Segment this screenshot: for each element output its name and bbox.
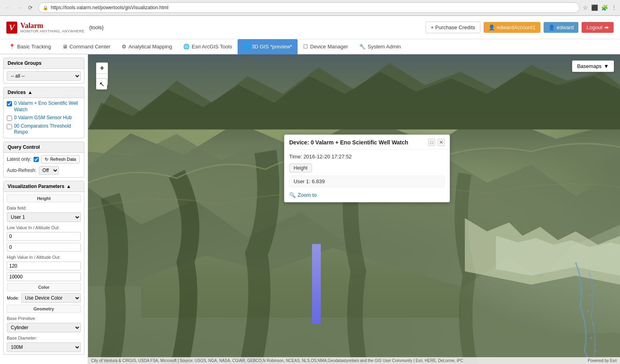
cursor-tool-button[interactable]: ↖	[96, 78, 107, 90]
ssl-lock-icon: 🔒	[43, 5, 48, 10]
3d-gis-icon: 🌐	[243, 44, 250, 50]
system-admin-label: System Admin	[368, 44, 401, 50]
device2-checkbox[interactable]	[7, 116, 12, 121]
nav-item-basic-tracking[interactable]: 📍 Basic Tracking	[3, 39, 57, 54]
browser-nav-buttons: ← → ⟳	[3, 3, 35, 12]
device1-link[interactable]: 0 Valarm + Eno Scientific Well Watch	[14, 100, 81, 113]
refresh-data-button[interactable]: ↻ Refresh Data	[41, 155, 80, 164]
svg-point-8	[587, 310, 589, 312]
high-value-in-input[interactable]	[7, 262, 81, 270]
basic-tracking-label: Basic Tracking	[17, 44, 51, 50]
sidebar: Device Groups -- all -- Devices ▲ 0 Vala…	[0, 54, 88, 364]
cast-icon[interactable]: ⬛	[591, 4, 598, 11]
query-control-body: Latest only: ↻ Refresh Data Auto-Refresh…	[4, 153, 84, 177]
basemaps-button[interactable]: Basemaps ▼	[572, 60, 614, 72]
mode-row: Mode: Use Device Color Fixed Color Gradi…	[7, 293, 81, 303]
nav-item-device-manager[interactable]: ☐ Device Manager	[298, 39, 354, 54]
height-subsection-label: Height	[7, 194, 81, 202]
auto-refresh-select[interactable]: Off 30s 1m 5m	[39, 166, 59, 175]
back-button[interactable]: ←	[3, 3, 13, 12]
devices-header[interactable]: Devices ▲	[4, 87, 84, 98]
devices-label: Devices	[8, 90, 26, 95]
popup-close-button[interactable]: ✕	[438, 139, 445, 146]
popup-height-tab[interactable]: Height	[289, 164, 312, 172]
query-control-label: Query Control	[8, 144, 40, 150]
svg-point-10	[590, 337, 592, 338]
device-groups-body: -- all --	[4, 69, 84, 83]
logo-valarm: Valarm	[20, 22, 84, 29]
zoom-icon: 🔍	[289, 192, 296, 198]
address-bar[interactable]: 🔒 https://tools.valarm.net/powertools/gi…	[38, 2, 580, 13]
analytical-mapping-icon: ⚙	[122, 44, 126, 50]
command-center-label: Command Center	[70, 44, 111, 50]
account-button[interactable]: 👤 edwardAccount1	[484, 22, 540, 33]
app-header: V Valarm Monitor Anything, Anywhere {too…	[0, 16, 620, 39]
bookmark-icon[interactable]: ☆	[583, 4, 588, 11]
auto-refresh-row: Auto-Refresh: Off 30s 1m 5m	[7, 166, 81, 175]
device-groups-select[interactable]: -- all --	[7, 71, 81, 81]
high-value-out-input[interactable]	[7, 272, 81, 281]
forward-button[interactable]: →	[14, 3, 24, 12]
nav-item-system-admin[interactable]: 🔧 System Admin	[354, 39, 406, 54]
account-icon: 👤	[488, 24, 495, 30]
mode-label: Mode:	[7, 296, 19, 300]
nav-item-command-center[interactable]: 🖥 Command Center	[57, 39, 116, 54]
map-background: + − ↖ Basemaps ▼ Device: 0 Valarm + Eno …	[88, 54, 620, 364]
viz-params-header[interactable]: Visualization Parameters ▲	[4, 181, 84, 192]
account-label: edwardAccount1	[497, 24, 536, 30]
refresh-icon: ↻	[45, 157, 48, 162]
device-groups-section: Device Groups -- all --	[3, 58, 84, 84]
powered-by-esri: Powered by Esri	[588, 358, 617, 363]
purchase-credits-button[interactable]: + Purchase Credits	[426, 22, 480, 33]
svg-point-11	[595, 350, 596, 352]
logout-button[interactable]: Logout ➡	[582, 22, 614, 33]
data-field-label: Data field:	[7, 206, 81, 210]
extension-icon[interactable]: 🧩	[601, 4, 608, 11]
esri-arcgis-label: Esri ArcGIS Tools	[192, 44, 232, 50]
cursor-icon: ↖	[99, 80, 104, 88]
device3-checkbox[interactable]	[7, 124, 12, 129]
mode-select[interactable]: Use Device Color Fixed Color Gradient	[21, 293, 81, 303]
data-extrusion-column	[312, 244, 321, 324]
basic-tracking-icon: 📍	[9, 44, 15, 50]
devices-section: Devices ▲ 0 Valarm + Eno Scientific Well…	[3, 87, 84, 138]
refresh-label: Refresh Data	[50, 157, 76, 162]
header-right: + Purchase Credits 👤 edwardAccount1 👤 ed…	[426, 22, 614, 33]
terrain-svg	[88, 54, 620, 364]
popup-time: Time: 2016-12-20 17:27:52	[289, 154, 445, 160]
base-primitive-select[interactable]: Cylinder Box Cone	[7, 323, 81, 332]
viz-params-label: Visualization Parameters	[8, 184, 64, 189]
more-icon[interactable]: ⋮	[611, 4, 617, 11]
low-value-in-input[interactable]	[7, 232, 81, 241]
low-value-label: Low Value In / Altitude Out:	[7, 225, 81, 230]
color-subsection-label: Color	[7, 283, 81, 291]
refresh-browser-button[interactable]: ⟳	[26, 3, 35, 12]
popup-zoom-link[interactable]: 🔍 Zoom to	[289, 190, 445, 198]
low-value-out-input[interactable]	[7, 243, 81, 252]
zoom-in-button[interactable]: +	[96, 63, 108, 74]
data-field-select[interactable]: User 1 User 2 User 3	[7, 212, 81, 222]
map-container[interactable]: + − ↖ Basemaps ▼ Device: 0 Valarm + Eno …	[88, 54, 620, 364]
device2-link[interactable]: 0 Valarm GSM Sensor Hub	[14, 115, 72, 121]
user-button[interactable]: 👤 edward	[544, 22, 579, 33]
device3-link[interactable]: 00 Comparators Threshold Respo	[14, 123, 81, 136]
high-value-label: High Value In / Altitude Out:	[7, 255, 81, 260]
devices-collapse-icon: ▲	[28, 90, 32, 95]
query-control-section: Query Control Latest only: ↻ Refresh Dat…	[3, 142, 84, 178]
base-diameter-label: Base Diameter:	[7, 336, 81, 340]
device-groups-header[interactable]: Device Groups	[4, 58, 84, 69]
device-list: 0 Valarm + Eno Scientific Well Watch 0 V…	[4, 98, 84, 138]
nav-item-analytical-mapping[interactable]: ⚙ Analytical Mapping	[116, 39, 178, 54]
nav-item-esri-arcgis[interactable]: 🌐 Esri ArcGIS Tools	[178, 39, 238, 54]
base-diameter-select[interactable]: 100M 50M 200M	[7, 342, 81, 352]
basemaps-dropdown-icon: ▼	[604, 63, 609, 69]
zoom-label: Zoom to	[298, 192, 317, 198]
latest-only-checkbox[interactable]	[34, 157, 39, 162]
nav-item-3d-gis[interactable]: 🌐 3D GIS *preview*	[238, 39, 298, 54]
esri-icon: 🌐	[183, 44, 190, 50]
3d-gis-label: 3D GIS *preview*	[252, 44, 292, 50]
device1-checkbox[interactable]	[7, 101, 12, 106]
map-attribution: City of Ventura & CIRGIS, USDA FSA, Micr…	[88, 357, 620, 364]
popup-minimize-button[interactable]: □	[428, 139, 435, 146]
geometry-subsection-label: Geometry	[7, 305, 81, 313]
